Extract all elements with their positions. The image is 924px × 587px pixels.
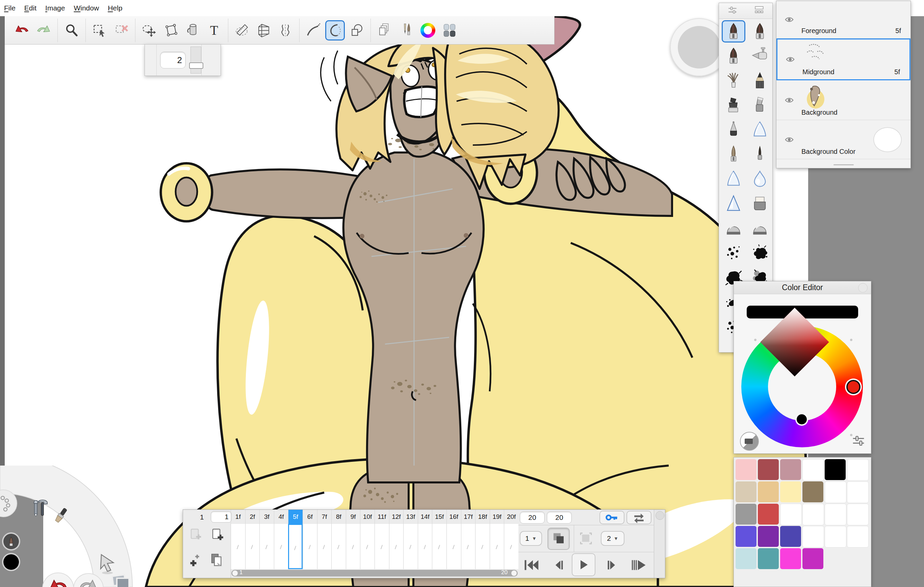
panel-resize-handle[interactable]: [833, 164, 854, 165]
frame-header-6f[interactable]: 6f: [303, 510, 317, 524]
swatch-1-4[interactable]: [825, 482, 846, 503]
playback-range-value[interactable]: 20: [520, 511, 545, 524]
frame-cell-11f[interactable]: [375, 524, 389, 569]
frame-cell-16f[interactable]: [447, 524, 461, 569]
frame-cell-14f[interactable]: [418, 524, 432, 569]
frame-header-10f[interactable]: 10f: [360, 510, 375, 524]
hue-marker[interactable]: [846, 380, 861, 394]
frame-cell-13f[interactable]: [403, 524, 418, 569]
swatch-2-4[interactable]: [825, 504, 846, 525]
background-color-swatch[interactable]: [873, 127, 902, 152]
onion-before-dropdown[interactable]: 1▼: [520, 531, 542, 546]
brush-water-drop[interactable]: [748, 168, 772, 190]
frame-header-4f[interactable]: 4f: [274, 510, 289, 524]
layer-visibility-toggle[interactable]: [782, 15, 796, 25]
frame-header-20f[interactable]: 20f: [504, 510, 518, 524]
frame-header-9f[interactable]: 9f: [346, 510, 360, 524]
swatch-0-5[interactable]: [847, 459, 869, 481]
colors-tool[interactable]: [418, 20, 438, 41]
layer-row-background[interactable]: Background: [776, 80, 911, 120]
collapse-button[interactable]: [858, 283, 868, 293]
brush-pencil[interactable]: [748, 69, 772, 92]
swatch-3-5[interactable]: [847, 526, 869, 548]
brush-paintbrush-1[interactable]: [722, 20, 745, 43]
redo-tool[interactable]: [34, 20, 53, 41]
onion-after-dropdown[interactable]: 2▼: [601, 531, 624, 546]
ellipse-tool[interactable]: [325, 20, 345, 41]
keyframe-button[interactable]: [599, 511, 624, 524]
brush-eraser-dome-1[interactable]: [722, 217, 745, 240]
transparency-button[interactable]: [740, 432, 759, 451]
brush-soft-round[interactable]: [722, 168, 745, 190]
frame-cell-12f[interactable]: [389, 524, 404, 569]
brush-hard-airbrush[interactable]: [722, 192, 745, 215]
frame-header-12f[interactable]: 12f: [389, 510, 404, 524]
frame-cell-5f[interactable]: [288, 524, 303, 569]
menu-file[interactable]: File: [4, 4, 15, 12]
total-frames-value[interactable]: 20: [547, 511, 572, 524]
brush-spray-dots[interactable]: [722, 242, 745, 264]
swatch-4-1[interactable]: [758, 548, 779, 569]
frame-cell-1f[interactable]: [231, 524, 245, 569]
swatch-1-3[interactable]: [802, 482, 823, 502]
color-editor-titlebar[interactable]: Color Editor: [734, 281, 871, 294]
distort-tool[interactable]: [161, 20, 181, 41]
brush-paint-brush[interactable]: [722, 143, 745, 166]
swatch-4-0[interactable]: [736, 548, 756, 569]
swatch-3-3[interactable]: [802, 526, 824, 548]
frame-header-3f[interactable]: 3f: [259, 510, 274, 524]
swatch-0-2[interactable]: [780, 459, 801, 480]
frame-cell-7f[interactable]: [317, 524, 332, 569]
swatch-4-3[interactable]: [802, 548, 823, 569]
swatch-1-1[interactable]: [758, 482, 779, 502]
fill-tool[interactable]: [183, 20, 202, 41]
swatch-0-0[interactable]: [736, 459, 756, 480]
interface-tool[interactable]: [440, 20, 459, 41]
play-button[interactable]: [572, 553, 596, 576]
swatch-2-5[interactable]: [847, 504, 869, 525]
add-keyframe-after-button[interactable]: [207, 526, 227, 546]
swatch-1-0[interactable]: [736, 482, 756, 502]
move-tool[interactable]: [139, 20, 159, 41]
layer-visibility-toggle[interactable]: [784, 54, 797, 64]
layer-row-midground[interactable]: Midground5f: [776, 38, 911, 80]
swatch-1-5[interactable]: [847, 482, 869, 503]
ghost-frame-button[interactable]: [576, 529, 596, 548]
swatch-2-2[interactable]: [780, 504, 802, 525]
magnifier-tool[interactable]: [62, 20, 81, 41]
frame-header-13f[interactable]: 13f: [403, 510, 418, 524]
frame-cell-4f[interactable]: [274, 524, 289, 569]
frame-header-7f[interactable]: 7f: [317, 510, 332, 524]
swatch-2-1[interactable]: [758, 504, 779, 525]
frame-header-16f[interactable]: 16f: [447, 510, 461, 524]
swatch-0-4[interactable]: [825, 459, 846, 480]
perspective-tool[interactable]: [254, 20, 274, 41]
brush-soft-airbrush[interactable]: [748, 119, 772, 141]
current-frame-input[interactable]: 1: [211, 511, 232, 523]
frame-cell-20f[interactable]: [504, 524, 518, 569]
brush-eraser-hard[interactable]: [748, 192, 772, 215]
next-frame-button[interactable]: [602, 556, 621, 574]
brush-size-value[interactable]: 2: [160, 52, 186, 69]
layer-visibility-toggle[interactable]: [782, 95, 796, 105]
loop-button[interactable]: [627, 511, 652, 524]
layers-tool[interactable]: [375, 20, 394, 41]
frame-cell-15f[interactable]: [432, 524, 447, 569]
shapes-tool[interactable]: [347, 20, 366, 41]
frame-header-19f[interactable]: 19f: [490, 510, 504, 524]
brush-splatter-1[interactable]: [748, 242, 772, 264]
brush-chisel-tip[interactable]: [748, 94, 772, 117]
swatch-3-2[interactable]: [780, 526, 801, 547]
add-multiple-frames-button[interactable]: [186, 551, 205, 571]
add-keyframe-before-button[interactable]: [186, 526, 205, 546]
layer-row-foreground[interactable]: Foreground5f: [776, 1, 911, 38]
swatch-2-3[interactable]: [802, 504, 824, 525]
swatch-3-4[interactable]: [825, 526, 846, 548]
menu-edit[interactable]: Edit: [24, 4, 36, 12]
lagoon-undo-button[interactable]: [43, 573, 74, 587]
frame-cell-17f[interactable]: [461, 524, 475, 569]
frame-cell-6f[interactable]: [303, 524, 317, 569]
brush-ballpoint-pen[interactable]: [722, 119, 745, 141]
previous-frame-button[interactable]: [549, 556, 568, 574]
frame-cell-2f[interactable]: [245, 524, 260, 569]
